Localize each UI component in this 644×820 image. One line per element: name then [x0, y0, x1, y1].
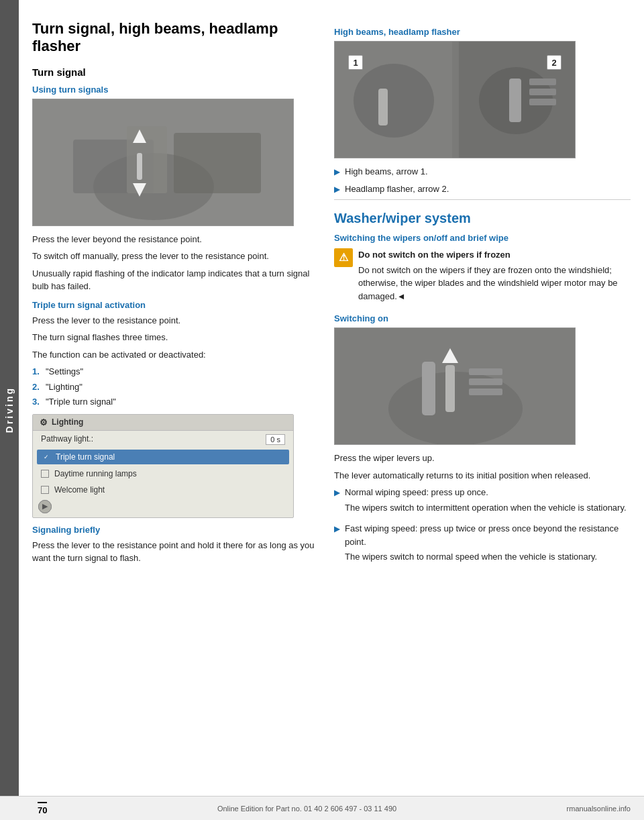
badge-1: 1 [348, 55, 363, 70]
step-label: "Lighting" [46, 380, 83, 394]
high-beams-image: 1 2 [334, 41, 576, 158]
svg-rect-5 [137, 153, 142, 180]
list-item: 2. "Lighting" [32, 380, 321, 394]
pathway-value: 0 s [266, 434, 285, 445]
high-beams-heading: High beams, headlamp flasher [334, 27, 631, 37]
turn-signal-image [32, 99, 294, 226]
switching-wipers-heading: Switching the wipers on/off and brief wi… [334, 233, 631, 243]
step-label: "Triple turn signal" [46, 395, 116, 409]
welcome-label: Welcome light [54, 485, 105, 495]
signaling-briefly-body: Press the lever to the resistance point … [32, 539, 321, 565]
step-num: 2. [32, 380, 42, 394]
lighting-row-welcome[interactable]: Welcome light [33, 482, 293, 498]
lighting-menu-header: ⚙ Lighting [33, 415, 293, 431]
divider [334, 199, 631, 200]
triple-body3: The function can be activated or deactiv… [32, 348, 321, 362]
svg-rect-16 [529, 89, 556, 95]
svg-rect-12 [378, 89, 388, 125]
svg-rect-20 [422, 362, 435, 415]
checkbox-welcome[interactable] [41, 486, 49, 494]
high-beams-bullet2: Headlamp flasher, arrow 2. [345, 183, 449, 196]
lighting-row-daytime[interactable]: Daytime running lamps [33, 466, 293, 482]
left-column: Turn signal, high beams, headlamp flashe… [32, 20, 321, 793]
step-num: 1. [32, 365, 42, 378]
lighting-row-triple[interactable]: ✓ Triple turn signal [37, 450, 289, 464]
triple-body2: The turn signal flashes three times. [32, 331, 321, 344]
page-container: Driving Turn signal, high beams, headlam… [0, 0, 644, 820]
wiper-body2: The lever automatically returns to its i… [334, 469, 631, 482]
svg-rect-15 [529, 79, 556, 85]
footer-bar: 70 Online Edition for Part no. 01 40 2 6… [0, 796, 644, 820]
triple-steps-list: 1. "Settings" 2. "Lighting" 3. "Triple t… [32, 365, 321, 409]
normal-wiping-detail: The wipers switch to intermittent operat… [345, 501, 627, 515]
settings-icon: ⚙ [40, 417, 48, 427]
warning-detail: Do not switch on the wipers if they are … [358, 264, 631, 303]
bullet-headlamp-flasher: ▶ Headlamp flasher, arrow 2. [334, 183, 631, 196]
step-num: 3. [32, 395, 42, 409]
turn-signal-body1: Press the lever beyond the resistance po… [32, 233, 321, 246]
footer-text: Online Edition for Part no. 01 40 2 606 … [217, 805, 396, 813]
pathway-label: Pathway light.: [41, 434, 93, 445]
warning-box: ⚠ Do not switch on the wipers if frozen … [334, 248, 631, 307]
normal-wiping-content: Normal wiping speed: press up once. The … [345, 486, 627, 518]
svg-rect-21 [445, 365, 455, 412]
svg-rect-22 [469, 368, 502, 375]
high-beams-bullet1: High beams, arrow 1. [345, 165, 428, 178]
washer-svg [335, 328, 576, 445]
warning-icon: ⚠ [334, 248, 353, 267]
svg-rect-3 [174, 133, 261, 193]
list-item: 1. "Settings" [32, 365, 321, 378]
high-beams-svg [335, 42, 576, 158]
turn-signal-heading: Turn signal [32, 66, 321, 78]
list-item: 3. "Triple turn signal" [32, 395, 321, 409]
svg-rect-23 [469, 378, 502, 385]
nav-next-icon[interactable]: ▶ [38, 500, 52, 513]
checkbox-triple[interactable]: ✓ [42, 453, 50, 461]
switching-on-heading: Switching on [334, 313, 631, 323]
wiper-body1: Press the wiper levers up. [334, 452, 631, 465]
fast-wiping-detail: The wipers switch to normal speed when t… [345, 550, 631, 564]
washer-image [334, 327, 576, 445]
daytime-label: Daytime running lamps [54, 469, 137, 478]
svg-point-11 [354, 64, 434, 138]
bullet-fast-wiping: ▶ Fast wiping speed: press up twice or p… [334, 522, 631, 568]
page-title: Turn signal, high beams, headlamp flashe… [32, 20, 321, 56]
signaling-briefly-heading: Signaling briefly [32, 525, 321, 535]
triple-body1: Press the lever to the resistance point. [32, 314, 321, 327]
fast-wiping-label: Fast wiping speed: press up twice or pre… [345, 522, 631, 548]
bullet-arrow-icon: ▶ [334, 166, 339, 178]
bullet-high-beams: ▶ High beams, arrow 1. [334, 165, 631, 178]
side-tab-label: Driving [4, 387, 15, 433]
triple-turn-label: Triple turn signal [56, 452, 115, 462]
lighting-menu-screenshot: ⚙ Lighting Pathway light.: 0 s ✓ Triple … [32, 414, 294, 518]
page-number: 70 [38, 802, 47, 815]
car-interior-svg [33, 99, 294, 226]
svg-rect-17 [529, 99, 556, 105]
using-turn-signals-heading: Using turn signals [32, 85, 321, 95]
side-tab: Driving [0, 0, 19, 820]
turn-signal-body3: Unusually rapid flashing of the indicato… [32, 267, 321, 293]
footer-brand: rmanualsonline.info [567, 805, 631, 813]
pathway-row: Pathway light.: 0 s [33, 431, 293, 448]
warning-content: Do not switch on the wipers if frozen Do… [358, 248, 631, 307]
bullet-arrow-icon: ▶ [334, 523, 339, 568]
main-content: Turn signal, high beams, headlamp flashe… [19, 0, 644, 820]
step-label: "Settings" [46, 365, 83, 378]
bullet-arrow-icon: ▶ [334, 487, 339, 518]
svg-rect-24 [469, 389, 502, 395]
normal-wiping-label: Normal wiping speed: press up once. [345, 486, 627, 499]
turn-signal-body2: To switch off manually, press the lever … [32, 250, 321, 263]
bullet-arrow-icon: ▶ [334, 184, 339, 196]
right-column: High beams, headlamp flasher [334, 20, 631, 793]
triple-activation-heading: Triple turn signal activation [32, 300, 321, 310]
svg-rect-14 [509, 79, 521, 122]
bullet-normal-wiping: ▶ Normal wiping speed: press up once. Th… [334, 486, 631, 518]
lighting-header-label: Lighting [52, 417, 83, 427]
fast-wiping-content: Fast wiping speed: press up twice or pre… [345, 522, 631, 568]
checkbox-daytime[interactable] [41, 470, 49, 478]
badge-2: 2 [547, 55, 561, 70]
washer-wiper-heading: Washer/wiper system [334, 211, 631, 226]
warning-text: Do not switch on the wipers if frozen [358, 248, 631, 262]
